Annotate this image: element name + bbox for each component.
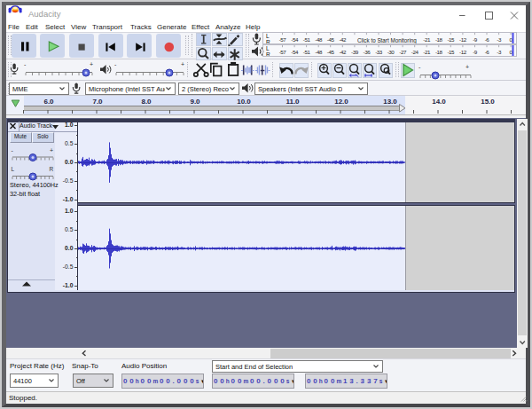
svg-text:+: + — [181, 61, 184, 67]
svg-text:+: + — [90, 61, 93, 67]
svg-text:+: + — [466, 64, 469, 70]
svg-text:-: - — [24, 61, 27, 67]
svg-text:+: + — [50, 147, 53, 153]
svg-text:-: - — [419, 64, 421, 70]
svg-text:R: R — [50, 166, 54, 172]
svg-text:L: L — [12, 166, 15, 172]
svg-text:-: - — [12, 147, 14, 153]
svg-text:-: - — [114, 61, 117, 67]
